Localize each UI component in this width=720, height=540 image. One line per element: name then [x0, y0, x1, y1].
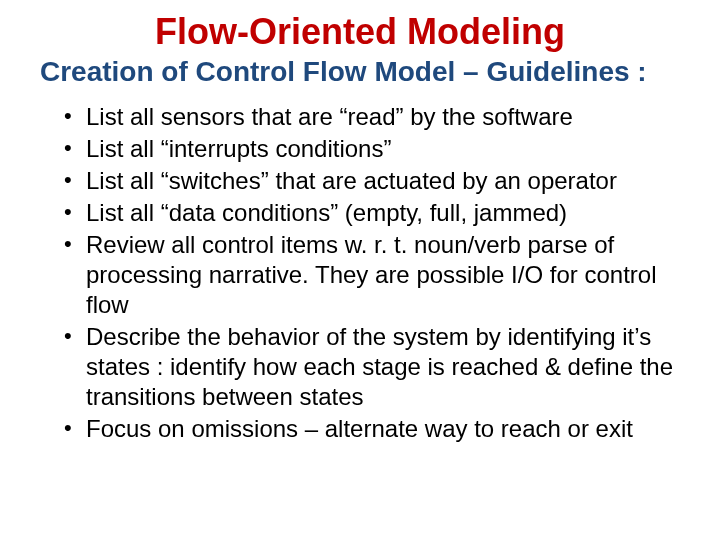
bullet-list: List all sensors that are “read” by the …: [40, 102, 680, 444]
list-item: List all “data conditions” (empty, full,…: [64, 198, 680, 228]
list-item: Review all control items w. r. t. noun/v…: [64, 230, 680, 320]
list-item: List all “interrupts conditions”: [64, 134, 680, 164]
slide-title: Flow-Oriented Modeling: [40, 12, 680, 52]
list-item: Focus on omissions – alternate way to re…: [64, 414, 680, 444]
slide: Flow-Oriented Modeling Creation of Contr…: [0, 0, 720, 540]
list-item: List all sensors that are “read” by the …: [64, 102, 680, 132]
list-item: List all “switches” that are actuated by…: [64, 166, 680, 196]
slide-subtitle: Creation of Control Flow Model – Guideli…: [40, 56, 680, 88]
list-item: Describe the behavior of the system by i…: [64, 322, 680, 412]
